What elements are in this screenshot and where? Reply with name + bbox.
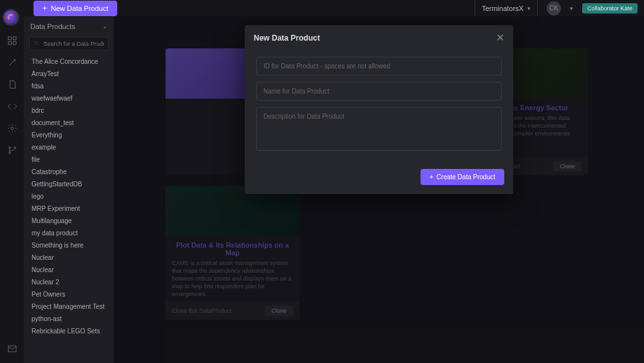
sidebar-item[interactable]: Nuclear xyxy=(24,251,114,264)
main: Data Products ⌄ The Alice ConcordanceArr… xyxy=(0,16,644,363)
avatar[interactable]: CK xyxy=(547,1,561,15)
new-button-label: New Data Product xyxy=(51,5,108,12)
sidebar-item[interactable]: Nuclear 2 xyxy=(24,276,114,288)
sidebar-heading-label: Data Products xyxy=(30,23,75,30)
modal-header: New Data Product ✕ xyxy=(245,25,513,50)
gear-icon[interactable] xyxy=(7,123,17,133)
sidebar-list[interactable]: The Alice ConcordanceArrayTestfdsawaefwa… xyxy=(24,55,114,363)
topbar: + New Data Product TerminatorsX ▾ CK ▾ C… xyxy=(0,0,644,16)
sidebar-item[interactable]: lego xyxy=(24,190,114,202)
grid-icon[interactable] xyxy=(7,35,17,46)
left-nav xyxy=(0,16,24,363)
modal-title: New Data Product xyxy=(254,34,320,43)
svg-rect-0 xyxy=(8,37,12,40)
sidebar-item[interactable]: GettingStartedDB xyxy=(24,178,114,190)
branch-icon[interactable] xyxy=(7,145,17,155)
sidebar: Data Products ⌄ The Alice ConcordanceArr… xyxy=(24,16,114,363)
sidebar-item[interactable]: Something is here xyxy=(24,239,114,251)
sidebar-item[interactable]: my data product xyxy=(24,227,114,239)
chevron-down-icon: ⌄ xyxy=(102,23,108,30)
chevron-down-icon: ▾ xyxy=(527,5,531,12)
sidebar-item[interactable]: ArrayTest xyxy=(24,68,114,80)
sidebar-heading[interactable]: Data Products ⌄ xyxy=(24,16,114,34)
org-name: TerminatorsX xyxy=(482,5,524,12)
svg-rect-2 xyxy=(8,41,12,44)
wand-icon[interactable] xyxy=(7,57,17,68)
sidebar-item[interactable]: Nuclear xyxy=(24,264,114,276)
new-data-product-button[interactable]: + New Data Product xyxy=(33,1,117,16)
search-input[interactable] xyxy=(43,41,104,47)
svg-point-5 xyxy=(8,147,10,149)
modal-backdrop[interactable]: New Data Product ✕ + Create Data Product xyxy=(114,16,644,363)
create-button-label: Create Data Product xyxy=(437,173,495,181)
sidebar-item[interactable]: example xyxy=(24,141,114,153)
sidebar-item[interactable]: Rebrickable LEGO Sets xyxy=(24,325,114,337)
mail-icon[interactable] xyxy=(7,344,17,354)
product-id-input[interactable] xyxy=(256,57,502,75)
topbar-right: TerminatorsX ▾ CK ▾ Collaborator Kate xyxy=(475,0,638,16)
sidebar-item[interactable]: MRP Experiment xyxy=(24,202,114,215)
svg-point-6 xyxy=(8,152,10,154)
collaborator-badge: Collaborator Kate xyxy=(582,3,638,14)
search-icon xyxy=(33,40,39,47)
svg-rect-1 xyxy=(13,37,16,40)
svg-rect-3 xyxy=(13,41,16,44)
sidebar-item[interactable]: document_test xyxy=(24,117,114,129)
svg-rect-8 xyxy=(8,346,16,351)
app-logo[interactable] xyxy=(3,9,19,26)
sidebar-item[interactable]: python-ast xyxy=(24,313,114,325)
sidebar-item[interactable]: The Alice Concordance xyxy=(24,55,114,68)
sidebar-item[interactable]: Pet Owners xyxy=(24,288,114,300)
sidebar-item[interactable]: fdsa xyxy=(24,80,114,92)
close-icon[interactable]: ✕ xyxy=(496,32,504,44)
svg-point-7 xyxy=(14,147,15,149)
content-area: Relationships Between People, Real Estat… xyxy=(114,16,644,363)
sidebar-item[interactable]: Multilanguage xyxy=(24,215,114,227)
avatar-menu-caret[interactable]: ▾ xyxy=(570,5,573,12)
org-selector[interactable]: TerminatorsX ▾ xyxy=(475,0,538,16)
sidebar-item[interactable]: Everything xyxy=(24,129,114,141)
create-data-product-button[interactable]: + Create Data Product xyxy=(421,169,504,185)
sidebar-item[interactable]: waefwaefwaef xyxy=(24,92,114,104)
product-description-input[interactable] xyxy=(256,107,502,151)
document-icon[interactable] xyxy=(7,79,17,90)
modal-footer: + Create Data Product xyxy=(245,162,513,194)
sidebar-item[interactable]: file xyxy=(24,153,114,166)
code-icon[interactable] xyxy=(7,101,17,112)
new-data-product-modal: New Data Product ✕ + Create Data Product xyxy=(245,25,513,194)
sidebar-item[interactable]: Project Management Test xyxy=(24,300,114,313)
sidebar-item[interactable]: bdrc xyxy=(24,104,114,117)
sidebar-search[interactable] xyxy=(29,37,109,50)
svg-point-9 xyxy=(35,41,38,44)
modal-body xyxy=(245,50,513,162)
sidebar-item[interactable]: Catastrophe xyxy=(24,166,114,178)
plus-icon: + xyxy=(43,4,47,13)
avatar-initials: CK xyxy=(549,5,558,12)
product-name-input[interactable] xyxy=(256,82,502,101)
svg-point-4 xyxy=(11,127,14,130)
topbar-left: + New Data Product xyxy=(6,1,117,16)
plus-icon: + xyxy=(430,173,433,181)
